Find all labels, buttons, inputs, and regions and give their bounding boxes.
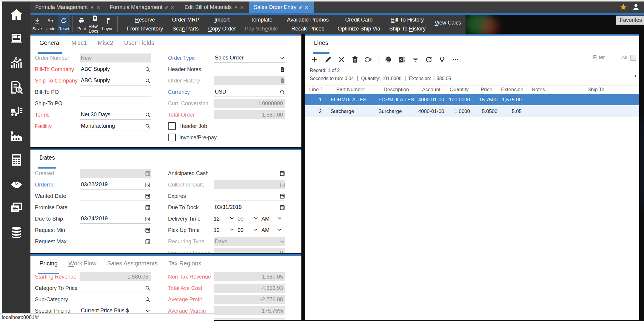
delivery-time-input[interactable]: 1200AM (214, 214, 285, 223)
view-calcs-button[interactable]: View Calcs (435, 20, 461, 26)
bill-to-company-input[interactable]: ABC Supply (80, 65, 151, 74)
browser-tab-formula-management[interactable]: Formula Management (30, 1, 105, 13)
search-icon[interactable] (143, 66, 151, 72)
pin-tab-icon[interactable] (234, 5, 238, 10)
expires-input[interactable] (214, 192, 285, 201)
facility-input[interactable]: Manufacturing (80, 122, 151, 131)
recalc-prices-button[interactable]: Recalc Prices (287, 26, 329, 32)
column-header-part-number[interactable]: Part Number (326, 87, 371, 93)
layout-button[interactable]: Layout (102, 15, 115, 33)
copy-order-button[interactable]: Copy Order (208, 26, 236, 32)
invoice-pre-pay-checkbox[interactable] (168, 134, 176, 141)
column-header-line[interactable]: Line (305, 87, 326, 93)
calendar-icon[interactable] (143, 193, 151, 199)
time-select[interactable]: 12 (214, 227, 238, 233)
print-grid-button[interactable] (384, 55, 392, 64)
view-docs-button[interactable]: View Docs (89, 15, 101, 33)
average-margin-input[interactable]: -175.75% (214, 306, 285, 315)
tab-sales-assignments[interactable]: Sales Assignments (107, 260, 158, 272)
calendar-icon[interactable] (143, 216, 151, 222)
recurring-type-input[interactable]: Days (214, 237, 285, 246)
tab-work-flow[interactable]: Work Flow (68, 260, 96, 272)
pick-up-time-input[interactable]: 1200AM (214, 226, 285, 235)
reserve-button[interactable]: Reserve (127, 17, 163, 23)
ship-to-company-input[interactable]: ABC Supply (80, 76, 151, 85)
order-number-input[interactable]: New (80, 54, 151, 62)
bill-to-po-input[interactable] (80, 88, 151, 97)
optimize-ship-via-button[interactable]: Optimize Ship Via (338, 26, 380, 32)
column-header-notes[interactable]: Notes (524, 87, 553, 93)
from-inventory-button[interactable]: From Inventory (127, 26, 163, 32)
more-button[interactable] (451, 55, 460, 64)
calendar-icon[interactable] (143, 170, 151, 176)
filter-lines-button[interactable] (411, 55, 419, 64)
collapse-panel-icon[interactable] (633, 74, 638, 80)
pin-tab-icon[interactable] (164, 5, 169, 10)
calendar-icon[interactable] (143, 182, 151, 188)
column-header-description[interactable]: Description (371, 87, 414, 93)
chevron-down-icon[interactable] (143, 308, 151, 314)
tab-misc1[interactable]: Misc1 (71, 39, 87, 51)
sub-category-input[interactable] (80, 295, 151, 304)
calendar-icon[interactable] (143, 227, 151, 233)
available-promos-button[interactable]: Available Promos (287, 17, 329, 23)
time-select[interactable]: AM (261, 227, 285, 233)
calendar-icon[interactable] (143, 204, 151, 210)
sidebar-item-factory[interactable] (6, 127, 27, 146)
doc-icon[interactable] (278, 66, 285, 72)
refresh-button[interactable] (424, 55, 433, 64)
calendar-icon[interactable] (278, 182, 285, 188)
reset-button[interactable]: Reset (58, 15, 70, 33)
search-icon[interactable] (143, 78, 151, 84)
calendar-icon[interactable] (278, 193, 285, 199)
save-button[interactable]: Save (31, 15, 44, 33)
time-select[interactable]: 00 (238, 227, 261, 233)
search-icon[interactable] (143, 123, 151, 129)
favorites-star-icon[interactable] (620, 3, 627, 12)
search-icon[interactable] (278, 89, 285, 95)
edit-button[interactable] (324, 55, 332, 64)
search-icon[interactable] (143, 296, 151, 302)
column-header-extension[interactable]: Extension (501, 87, 524, 93)
credit-card-button[interactable]: Credit Card (338, 17, 380, 23)
total-ave-cost-input[interactable]: 4,356.93 (214, 284, 285, 293)
average-profit-input[interactable]: -2,776.88 (214, 295, 285, 304)
column-header-account[interactable]: Account (414, 87, 448, 93)
sidebar-item-workstation[interactable] (6, 30, 27, 49)
sidebar-item-handshake[interactable] (6, 175, 27, 194)
calendar-icon[interactable] (143, 239, 151, 244)
hint-button[interactable] (438, 55, 446, 64)
user-icon[interactable] (632, 3, 640, 12)
tab-user-fields[interactable]: User Fields (124, 39, 154, 51)
column-header-ship-to[interactable]: Ship To (553, 87, 639, 93)
search-icon[interactable] (143, 285, 151, 291)
anticipated-cash-input[interactable] (214, 169, 285, 178)
bill-to-history-button[interactable]: Bill-To History (389, 17, 426, 23)
time-select[interactable]: 00 (238, 215, 261, 222)
currency-input[interactable]: USD (214, 88, 285, 97)
ship-to-po-input[interactable] (80, 99, 151, 108)
request-min-input[interactable] (80, 226, 151, 235)
order-mrp-button[interactable]: Order MRP (172, 17, 199, 23)
due-to-ship-input[interactable]: 03/24/2019 (80, 214, 151, 224)
pin-tab-icon[interactable] (298, 5, 303, 10)
time-select[interactable]: 12 (214, 215, 238, 222)
recurring-interval-input[interactable]: 0 (214, 248, 285, 253)
sidebar-item-forklift[interactable] (6, 103, 27, 122)
column-header-quantity[interactable]: Quantity (448, 87, 475, 93)
import-button[interactable]: Import (208, 17, 236, 23)
header-job-checkbox[interactable] (168, 122, 176, 130)
close-tab-icon[interactable] (171, 5, 175, 10)
order-history-input[interactable] (214, 76, 285, 85)
print-button[interactable]: Print (75, 15, 88, 33)
add-button[interactable] (310, 55, 319, 64)
field-input[interactable]: 663.49 (214, 318, 285, 320)
pin-tab-icon[interactable] (90, 5, 94, 10)
header-notes-input[interactable] (214, 65, 285, 74)
tab-tax-regions[interactable]: Tax Regions (168, 260, 201, 272)
delete-button[interactable] (337, 55, 346, 64)
tab-lines[interactable]: Lines (314, 39, 328, 51)
sidebar-item-reports[interactable] (6, 199, 27, 218)
ordered-input[interactable]: 03/22/2019 (80, 180, 151, 189)
tab-general[interactable]: General (39, 39, 61, 51)
